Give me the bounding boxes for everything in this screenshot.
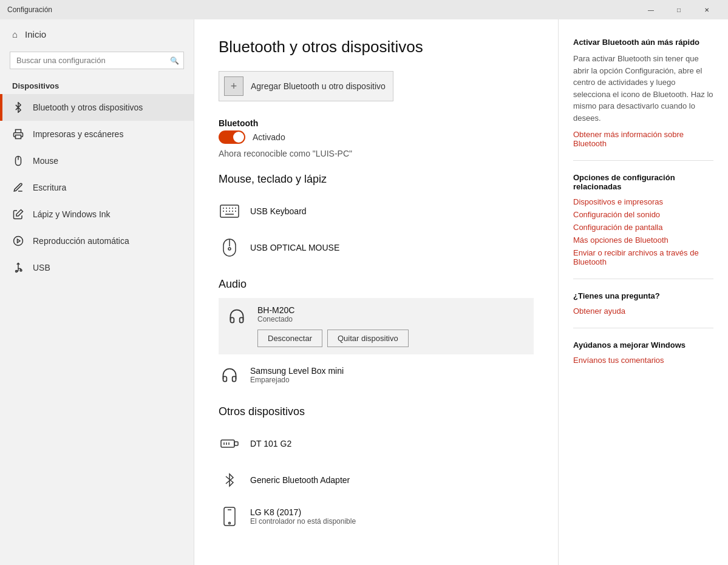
svg-rect-23 — [221, 440, 234, 447]
close-button[interactable]: ✕ — [693, 0, 721, 19]
keyboard-name: USB Keyboard — [250, 206, 534, 216]
related-link-1[interactable]: Configuración del sonido — [573, 210, 713, 219]
related-link-2[interactable]: Configuración de pantalla — [573, 223, 713, 232]
sidebar: ⌂ Inicio 🔍 Dispositivos Bluetooth y otro… — [0, 19, 194, 565]
disconnect-button[interactable]: Desconectar — [257, 330, 322, 347]
minimize-button[interactable]: — — [637, 0, 665, 19]
svg-marker-3 — [16, 210, 23, 217]
divider-3 — [573, 328, 713, 328]
keyboard-icon — [219, 200, 240, 222]
bluetooth-toggle-row: Activado — [219, 130, 534, 144]
bluetooth-section-label: Bluetooth — [219, 118, 534, 128]
toggle-thumb — [233, 132, 244, 143]
tip-link[interactable]: Obtener más información sobre Bluetooth — [573, 130, 713, 148]
bluetooth-icon — [12, 101, 24, 113]
device-row-keyboard[interactable]: USB Keyboard — [219, 193, 534, 229]
lgk8-status: El controlador no está disponible — [250, 517, 534, 526]
samsung-info: Samsung Level Box mini Emparejado — [250, 366, 534, 384]
window-controls: — □ ✕ — [637, 0, 721, 19]
generic-bt-icon — [219, 469, 240, 491]
sidebar-item-home[interactable]: ⌂ Inicio — [0, 19, 194, 49]
device-row-inner: BH-M20C Conectado Desconectar Quitar dis… — [226, 305, 526, 347]
question-title: ¿Tienes una pregunta? — [573, 291, 713, 300]
dt101-info: DT 101 G2 — [250, 439, 534, 448]
samsung-status: Emparejado — [250, 376, 534, 384]
usb-drive-icon — [219, 433, 240, 455]
right-panel: Activar Bluetooth aún más rápido Para ac… — [558, 19, 728, 565]
audio-section-title: Audio — [219, 278, 534, 291]
page-title: Bluetooth y otros dispositivos — [219, 38, 534, 56]
mouse-icon — [12, 155, 24, 167]
titlebar: Configuración — □ ✕ — [0, 0, 728, 19]
sidebar-item-lapiz[interactable]: Lápiz y Windows Ink — [0, 201, 194, 228]
device-row-generic-bt[interactable]: Generic Bluetooth Adapter — [219, 462, 534, 498]
tip-description: Para activar Bluetooth sin tener que abr… — [573, 53, 713, 124]
samsung-name: Samsung Level Box mini — [250, 366, 534, 376]
sidebar-item-printers[interactable]: Impresoras y escáneres — [0, 121, 194, 147]
tip-title: Activar Bluetooth aún más rápido — [573, 38, 713, 47]
divider-2 — [573, 279, 713, 279]
sidebar-label-escritura: Escritura — [33, 183, 66, 192]
svg-point-4 — [14, 237, 23, 246]
maximize-button[interactable]: □ — [665, 0, 693, 19]
sidebar-label-bluetooth: Bluetooth y otros dispositivos — [33, 103, 143, 112]
app-body: ⌂ Inicio 🔍 Dispositivos Bluetooth y otro… — [0, 19, 728, 565]
svg-rect-0 — [16, 135, 21, 139]
sidebar-item-escritura[interactable]: Escritura — [0, 174, 194, 201]
mouse-device-name: USB OPTICAL MOUSE — [250, 243, 534, 252]
device-row-bhm20c[interactable]: BH-M20C Conectado Desconectar Quitar dis… — [219, 298, 534, 354]
home-label: Inicio — [25, 29, 46, 39]
improve-title: Ayúdanos a mejorar Windows — [573, 340, 713, 350]
recognized-text: Ahora reconocible como "LUIS-PC" — [219, 149, 534, 158]
related-link-4[interactable]: Enviar o recibir archivos a través de Bl… — [573, 248, 713, 266]
main-content: Bluetooth y otros dispositivos + Agregar… — [194, 19, 558, 565]
device-row-lgk8[interactable]: LG K8 (2017) El controlador no está disp… — [219, 498, 534, 535]
sidebar-item-bluetooth[interactable]: Bluetooth y otros dispositivos — [0, 94, 194, 121]
svg-point-30 — [229, 523, 231, 524]
search-input[interactable] — [10, 52, 184, 69]
mouse-section-title: Mouse, teclado y lápiz — [219, 173, 534, 186]
svg-rect-24 — [234, 442, 238, 445]
sidebar-item-mouse[interactable]: Mouse — [0, 147, 194, 174]
printer-icon — [12, 128, 24, 140]
lgk8-info: LG K8 (2017) El controlador no está disp… — [250, 507, 534, 526]
device-row-dt101[interactable]: DT 101 G2 — [219, 425, 534, 462]
add-device-button[interactable]: + Agregar Bluetooth u otro dispositivo — [219, 71, 393, 101]
divider-1 — [573, 160, 713, 161]
device-row-mouse[interactable]: USB OPTICAL MOUSE — [219, 229, 534, 266]
sidebar-label-lapiz: Lápiz y Windows Ink — [33, 209, 111, 219]
related-link-0[interactable]: Dispositivos e impresoras — [573, 197, 713, 206]
search-icon: 🔍 — [170, 56, 179, 65]
sidebar-item-usb[interactable]: USB — [0, 254, 194, 281]
sidebar-label-usb: USB — [33, 263, 50, 272]
svg-point-22 — [228, 248, 231, 250]
feedback-link[interactable]: Envíanos tus comentarios — [573, 356, 713, 365]
escritura-icon — [12, 181, 24, 194]
keyboard-info: USB Keyboard — [250, 206, 534, 216]
lapiz-icon — [12, 208, 24, 220]
sidebar-label-printers: Impresoras y escáneres — [33, 129, 123, 139]
device-row-samsung[interactable]: Samsung Level Box mini Emparejado — [219, 357, 534, 393]
generic-bt-name: Generic Bluetooth Adapter — [250, 475, 534, 485]
bhm20c-name: BH-M20C — [257, 305, 526, 315]
generic-bt-info: Generic Bluetooth Adapter — [250, 475, 534, 485]
sidebar-item-reproduccion[interactable]: Reproducción automática — [0, 228, 194, 254]
headset-icon-bhm20c — [226, 305, 248, 327]
bluetooth-toggle[interactable] — [219, 130, 245, 144]
remove-device-button[interactable]: Quitar dispositivo — [327, 330, 409, 347]
reproduccion-icon — [12, 235, 24, 247]
search-container: 🔍 — [10, 52, 184, 69]
help-link[interactable]: Obtener ayuda — [573, 306, 713, 316]
bluetooth-toggle-label: Activado — [253, 132, 285, 142]
mouse-info: USB OPTICAL MOUSE — [250, 243, 534, 252]
related-link-3[interactable]: Más opciones de Bluetooth — [573, 235, 713, 245]
optical-mouse-icon — [219, 237, 240, 259]
other-section-title: Otros dispositivos — [219, 405, 534, 418]
bhm20c-info: BH-M20C Conectado Desconectar Quitar dis… — [257, 305, 526, 347]
related-title: Opciones de configuración relacionadas — [573, 173, 713, 191]
add-plus-icon: + — [224, 76, 243, 96]
add-device-label: Agregar Bluetooth u otro dispositivo — [251, 81, 386, 91]
sidebar-label-mouse: Mouse — [33, 156, 58, 166]
sidebar-label-reproduccion: Reproducción automática — [33, 236, 129, 246]
app-title: Configuración — [7, 5, 52, 14]
